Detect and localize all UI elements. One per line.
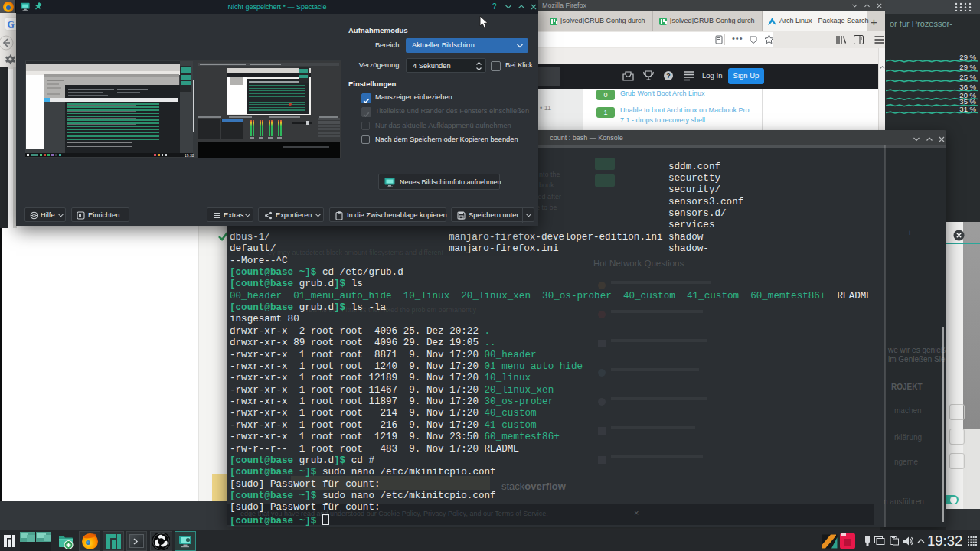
svg-text:36 %: 36 % <box>959 83 976 91</box>
svg-text:31 %: 31 % <box>959 105 976 113</box>
svg-text:25 %: 25 % <box>959 73 976 81</box>
svg-text:29 %: 29 % <box>959 53 976 61</box>
svg-text:29 %: 29 % <box>959 63 976 71</box>
svg-text:?: ? <box>666 72 671 80</box>
